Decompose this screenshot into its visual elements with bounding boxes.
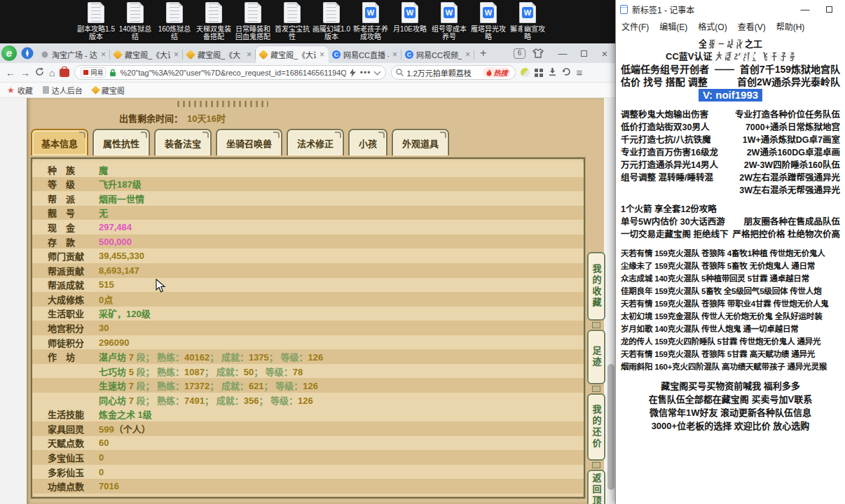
forward-icon[interactable]: →: [20, 68, 30, 78]
bookmark-item[interactable]: ★收藏: [7, 85, 33, 96]
download-icon[interactable]: [548, 66, 557, 79]
desktop-icon[interactable]: W雁塔异光攻略: [469, 2, 507, 41]
desktop-icon[interactable]: 160炼狱总结: [156, 2, 193, 41]
tab-close-icon[interactable]: ×: [319, 50, 325, 59]
back-icon[interactable]: ←: [6, 68, 15, 78]
page-content: 出售剩余时间：10天16时 基本信息属性抗性装备法宝坐骑召唤兽法术修正小孩外观道…: [0, 98, 615, 504]
chevron-down-icon[interactable]: [374, 68, 381, 75]
info-row: 师徒积分296090: [32, 335, 584, 350]
theme-skin-icon[interactable]: [533, 48, 544, 58]
desktop-icon[interactable]: 画魇幻域1.0版本: [312, 2, 350, 41]
field-value: 成就：: [217, 367, 244, 377]
home-icon[interactable]: ⌂: [49, 68, 55, 78]
notepad-menu-item[interactable]: 查看(V): [738, 20, 766, 32]
field-value: 等级：: [270, 396, 298, 406]
notepad-menu-item[interactable]: 编辑(E): [659, 20, 687, 32]
notepad-menu-item[interactable]: 文件(F): [621, 20, 649, 32]
tab-close-icon[interactable]: ×: [465, 50, 471, 59]
browser-logo-icon[interactable]: e: [1, 46, 17, 61]
field-value: 同心坊: [99, 396, 129, 406]
more-icon[interactable]: •••: [360, 68, 371, 78]
field-value: 126: [303, 381, 318, 391]
menu-icon[interactable]: ≡: [576, 66, 582, 78]
close-button[interactable]: ×: [594, 48, 615, 59]
desktop-icon[interactable]: 日常睡装和回血鬼搭配: [234, 2, 272, 41]
site-badge[interactable]: 网易: [81, 67, 106, 78]
url-text[interactable]: %20"tag"%3A%20"user"%7D&reco_request_id=…: [120, 69, 345, 77]
flash-save-icon[interactable]: [350, 69, 356, 77]
browser-tab[interactable]: 藏宝阁_《大×: [183, 46, 256, 63]
tab-close-icon[interactable]: ×: [100, 50, 107, 59]
desktop-icon[interactable]: 副本攻略1.5版本: [77, 2, 115, 41]
desktop-icon[interactable]: W新老孩子养成攻略: [352, 2, 390, 41]
app-shortcut-icon[interactable]: [60, 69, 69, 77]
info-row: 地宫积分30: [32, 321, 584, 335]
panel-tab[interactable]: 坐骑召唤兽: [216, 129, 282, 155]
panel-tab[interactable]: 属性抗性: [92, 129, 150, 155]
notepad-line: 天若有情 159克火混队 苍狼阵 4畜牧1种植 传世炮无价鬼人: [621, 247, 840, 260]
panel-tab[interactable]: 小孩: [348, 129, 387, 155]
lock-icon: [109, 69, 116, 77]
tab-close-icon[interactable]: ×: [173, 50, 179, 59]
maximize-button[interactable]: [573, 48, 594, 59]
browser-tab[interactable]: 藏宝阁_《大话×: [256, 46, 329, 63]
character-info-panel: 种 族魔等 级飞升187级帮 派烟雨一世情靓 号无现 金297,484存 款50…: [31, 158, 585, 498]
panel-tab[interactable]: 法术修正: [287, 129, 344, 155]
side-tab[interactable]: 我的还价: [587, 393, 605, 461]
desktop-icon[interactable]: 天梯双鬼装备搭配: [195, 2, 233, 41]
panel-tab[interactable]: 基本信息: [31, 129, 88, 155]
bookmark-item[interactable]: 达人后台: [43, 85, 83, 96]
hot-search-tag[interactable]: 热搜: [483, 67, 511, 78]
scrollbar-thumb[interactable]: [607, 364, 614, 490]
bookmark-item[interactable]: 藏宝阁: [92, 85, 125, 96]
desktop-icon[interactable]: 首发宝宝抗性: [273, 2, 311, 41]
notepad-title-bar[interactable]: 新标签1 - 记事本 —: [616, 0, 845, 18]
field-value-group: 0: [99, 452, 104, 463]
desktop-icon[interactable]: 140炼狱总结: [116, 2, 154, 41]
search-suggestion[interactable]: 1.2万元拍单颗荔枝: [406, 67, 480, 78]
minimize-button[interactable]: —: [552, 48, 573, 59]
notepad-maximize-button[interactable]: [817, 4, 841, 15]
refresh-icon[interactable]: [35, 66, 44, 79]
notepad-minimize-button[interactable]: —: [793, 4, 817, 15]
field-value: 熟练：: [157, 352, 184, 363]
new-tab-button[interactable]: +: [474, 47, 492, 59]
side-tab[interactable]: 返回顶部: [587, 470, 605, 504]
browser-tab[interactable]: C网易CC视频_3×: [401, 46, 474, 63]
field-label: 大成修炼: [48, 293, 88, 306]
desktop-icon[interactable]: W獬豸幽宣攻略: [509, 2, 547, 41]
browser-tab[interactable]: 藏宝阁_《大话×: [110, 46, 183, 63]
field-value: 生速坊: [99, 381, 129, 391]
browser-tab[interactable]: C网易CC直播 -×: [329, 46, 401, 63]
vertical-scrollbar[interactable]: [607, 98, 615, 504]
search-box[interactable]: 1.2万元拍单颗荔枝 热搜: [391, 65, 516, 80]
panel-tab[interactable]: 装备法宝: [154, 129, 212, 155]
restore-session-icon[interactable]: [562, 66, 571, 79]
tab-close-icon[interactable]: ×: [392, 50, 398, 59]
compass-icon[interactable]: [21, 47, 34, 59]
notepad-text-area[interactable]: 全服一站化之工CC蓝V认证 大话2专区 飞开好号低端任务组号开创者——首创7千1…: [616, 34, 845, 433]
text: 低端任务组号开创者: [621, 63, 709, 76]
text: 7000+通杀日常炼狱地宫: [746, 121, 840, 134]
field-value: ；: [205, 396, 217, 406]
notepad-menu-item[interactable]: 格式(O): [698, 20, 727, 32]
notepad-line: V: noif1993: [621, 88, 840, 102]
word-logo: W: [483, 7, 494, 18]
tab-close-icon[interactable]: ×: [246, 50, 252, 59]
selected-contact-text[interactable]: V: noif1993: [699, 89, 762, 102]
notification-badge[interactable]: 6: [514, 48, 525, 59]
side-tab[interactable]: 足迹: [587, 330, 605, 384]
notepad-menu-bar: 文件(F)编辑(E)格式(O)查看(V)帮助(H): [616, 18, 845, 34]
side-tab-knob: [592, 322, 600, 328]
apps-grid-icon[interactable]: [535, 69, 543, 77]
side-tab[interactable]: 我的收藏: [587, 252, 605, 321]
field-label: 等 级: [48, 177, 88, 190]
panel-tab[interactable]: 外观道具: [392, 129, 449, 155]
notepad-line: 低价打造站街双30男人7000+通杀日常炼狱地宫: [621, 121, 840, 134]
translate-icon[interactable]: [521, 68, 530, 77]
notepad-menu-item[interactable]: 帮助(H): [776, 20, 805, 32]
url-box[interactable]: 网易 %20"tag"%3A%20"user"%7D&reco_request_…: [74, 65, 386, 80]
desktop-icon[interactable]: W组号零成本养号: [430, 2, 468, 41]
desktop-icon[interactable]: W月10E攻略: [391, 2, 429, 41]
browser-tab[interactable]: 淘宝广场 - 达×: [37, 46, 110, 63]
